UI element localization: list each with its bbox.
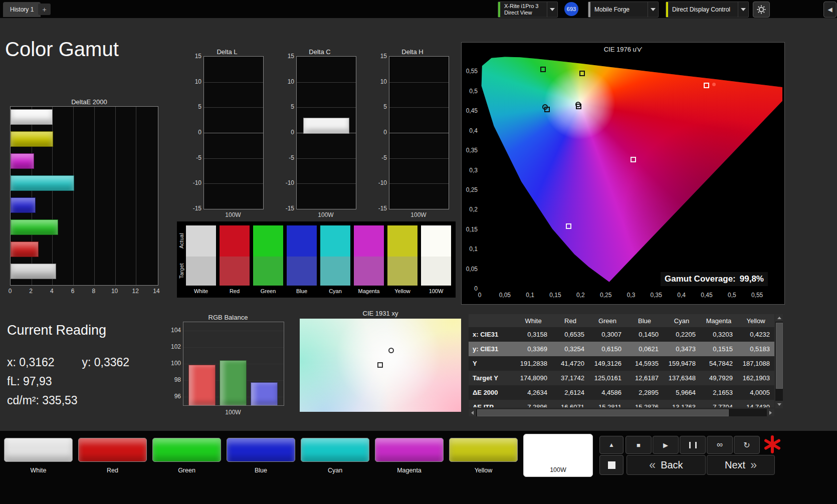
pause-button[interactable]: [680, 436, 706, 454]
patch-button-100w[interactable]: 100W: [523, 434, 593, 477]
v-scroll-thumb[interactable]: [776, 323, 783, 389]
table-value-cell: 159,9478: [663, 360, 700, 367]
table-vertical-scrollbar[interactable]: [775, 314, 783, 408]
y-tick-label: 10: [189, 78, 201, 85]
table-row[interactable]: ΔE ITP7,289616,607115,281115,287613,1763…: [469, 400, 774, 407]
patch-label: 100W: [524, 466, 592, 473]
deltae-bar-100w: [11, 109, 53, 125]
green-target-marker: [540, 67, 546, 72]
x-value: 0,3162: [19, 356, 54, 369]
table-header-cell: Magenta: [700, 317, 737, 325]
back-button-label: Back: [661, 459, 683, 471]
patch-button-red[interactable]: Red: [78, 436, 147, 474]
y-tick-label: -15: [375, 205, 387, 212]
meter-mode: Direct View: [504, 10, 543, 16]
y-value: 0,3362: [94, 356, 129, 369]
meter-dropdown[interactable]: X-Rite i1Pro 3 Direct View: [498, 2, 558, 18]
y-tick-label: -5: [189, 154, 201, 161]
patch-label: White: [4, 467, 73, 474]
table-row[interactable]: Y191,283841,4720149,312614,5935159,94785…: [469, 356, 774, 371]
target-swatch-green: [253, 257, 283, 286]
y-tick-label: 0,1: [463, 245, 478, 253]
source-dropdown[interactable]: Mobile Forge: [588, 2, 659, 18]
scroll-left-button[interactable]: [469, 409, 476, 416]
cie1931-chart: CIE 1931 xy: [300, 310, 461, 412]
table-value-cell: 0,3203: [700, 331, 737, 338]
collapse-panel-button[interactable]: ◀: [823, 2, 836, 18]
patch-button-green[interactable]: Green: [152, 436, 221, 474]
next-button[interactable]: Next »: [707, 455, 775, 475]
back-chevrons-icon: «: [649, 460, 656, 470]
chart-title: CIE 1931 xy: [300, 310, 461, 317]
patch-button-white[interactable]: White: [4, 436, 73, 474]
display-control-dropdown[interactable]: Direct Display Control: [666, 2, 749, 18]
y-tick-label: 0: [463, 285, 478, 292]
target-swatch-magenta: [354, 257, 384, 286]
table-value-cell: 54,7842: [700, 360, 737, 367]
continuous-measure-button[interactable]: ∞: [707, 436, 733, 454]
patch-button-magenta[interactable]: Magenta: [375, 436, 444, 474]
refresh-button[interactable]: ↻: [734, 436, 760, 454]
chart-title: DeltaE 2000: [9, 98, 169, 106]
y-tick-label: -5: [282, 154, 294, 161]
actual-row-label: Actual: [178, 225, 185, 257]
expand-panel-button[interactable]: ▲: [599, 436, 623, 454]
table-horizontal-scrollbar[interactable]: [469, 409, 774, 416]
table-row[interactable]: Target Y174,809037,1742125,016112,618713…: [469, 371, 774, 385]
current-reading-xy: x: 0,3162 y: 0,3362: [7, 356, 129, 369]
back-button[interactable]: « Back: [626, 455, 706, 475]
x-tick-label: 0,15: [546, 292, 564, 299]
patch-label: Green: [152, 467, 221, 474]
x-axis-label: 100W: [296, 211, 355, 218]
swatch-column-label: Green: [253, 288, 283, 294]
scroll-up-icon: [777, 317, 781, 319]
patch-button-yellow[interactable]: Yellow: [449, 436, 518, 474]
patch-button-blue[interactable]: Blue: [227, 436, 295, 474]
stop-pattern-button[interactable]: [599, 455, 623, 475]
yellow-target-marker: [579, 71, 585, 76]
y-tick-label: 100: [168, 360, 181, 367]
table-value-cell: 4,4586: [589, 389, 626, 396]
table-row[interactable]: y: CIE310,33690,32540,61500,06210,34730,…: [469, 342, 774, 356]
play-button[interactable]: ▶: [653, 436, 679, 454]
table-header-cell: Yellow: [737, 317, 774, 325]
row-label: Target Y: [469, 374, 515, 382]
settings-button[interactable]: [753, 2, 770, 18]
x-axis-label: 100W: [183, 409, 283, 416]
scroll-right-button[interactable]: [767, 409, 774, 416]
scroll-up-button[interactable]: [775, 314, 783, 322]
history-tab[interactable]: History 1: [3, 2, 41, 17]
infinity-icon: ∞: [717, 440, 723, 450]
y-tick-label: 0: [375, 129, 387, 136]
table-value-cell: 0,3369: [515, 345, 552, 353]
actual-target-swatch-panel: Actual Target WhiteRedGreenBlueCyanMagen…: [177, 221, 456, 298]
y-tick-label: 0,55: [463, 68, 478, 75]
patch-swatch: [227, 438, 295, 462]
table-value-cell: 0,4232: [737, 331, 774, 338]
x-tick-label: 0: [471, 292, 489, 299]
target-swatch-blue: [287, 257, 317, 286]
add-tab-button[interactable]: +: [38, 4, 51, 15]
scroll-down-button[interactable]: [775, 401, 783, 408]
gamut-coverage-value: 99,8%: [740, 274, 764, 284]
y-tick-label: 0,25: [463, 186, 478, 193]
target-swatch-yellow: [387, 257, 417, 286]
x-tick-label: 12: [130, 288, 140, 295]
stop-button[interactable]: ■: [625, 436, 652, 454]
up-arrow-icon: ▲: [608, 441, 614, 448]
swatch-column-label: 100W: [421, 288, 451, 294]
h-scroll-thumb[interactable]: [477, 409, 729, 416]
table-row[interactable]: ΔE 20004,26342,61244,45862,28955,96642,1…: [469, 385, 774, 400]
table-value-cell: 187,1088: [737, 360, 774, 367]
table-value-cell: 41,4720: [552, 360, 589, 367]
deltae-bar-magenta: [11, 153, 34, 169]
meter-name: X-Rite i1Pro 3: [504, 3, 543, 10]
swatch-column-label: White: [186, 288, 216, 294]
play-icon: ▶: [663, 441, 668, 449]
patch-button-cyan[interactable]: Cyan: [301, 436, 369, 474]
chevron-left-icon: ◀: [827, 6, 832, 13]
table-row[interactable]: x: CIE310,31580,65350,30070,14500,22050,…: [469, 327, 774, 342]
y-tick-label: 0,2: [463, 206, 478, 213]
row-label: ΔE ITP: [469, 403, 515, 407]
display-control-name: Direct Display Control: [672, 7, 734, 13]
